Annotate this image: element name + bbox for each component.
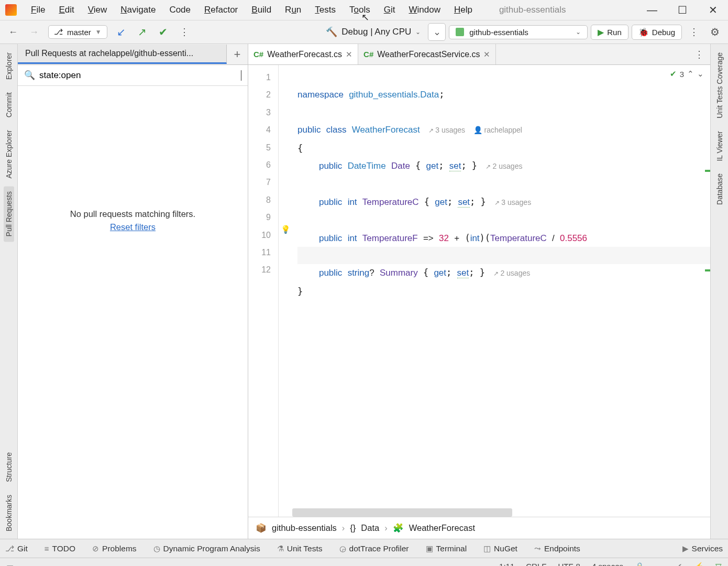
run-target[interactable]: github-essentials ⌄ xyxy=(449,25,588,39)
bt-git[interactable]: ⎇Git xyxy=(5,544,28,553)
reset-filters-link[interactable]: Reset filters xyxy=(110,222,156,232)
bt-dottrace[interactable]: ◶dotTrace Profiler xyxy=(339,544,409,553)
code-editor[interactable]: namespace github_essentials.Data; public… xyxy=(292,65,710,517)
run-button[interactable]: ▶ Run xyxy=(591,25,628,40)
chevron-down-icon: ⌄ xyxy=(576,28,581,36)
build-config[interactable]: 🔨 Debug | Any CPU ⌄ xyxy=(322,24,425,40)
marker-stripe[interactable] xyxy=(703,86,710,495)
status-bar: ▭ 1:11 CRLF UTF-8 4 spaces 🔒 ☁ ✔ ⚡ ▽ xyxy=(0,558,728,566)
menu-build[interactable]: Build xyxy=(245,3,278,17)
author-hint[interactable]: 👤 rachelappel xyxy=(473,126,522,134)
menu-edit[interactable]: Edit xyxy=(52,3,81,17)
menu-tools[interactable]: Tools xyxy=(343,3,377,17)
check-icon: ✔ xyxy=(670,69,677,79)
close-tab-icon[interactable]: ✕ xyxy=(483,50,490,59)
editor-area: C# WeatherForecast.cs ✕ C# WeatherForeca… xyxy=(248,44,710,539)
commit-button[interactable]: ✔ xyxy=(155,23,172,41)
bt-nuget[interactable]: ◫NuGet xyxy=(483,544,517,553)
shield-icon[interactable]: ▽ xyxy=(715,562,722,567)
code-status[interactable]: ✔ 3 ⌃ ⌄ xyxy=(670,69,704,79)
zap-icon[interactable]: ⚡ xyxy=(694,562,704,567)
branch-icon: ⎇ xyxy=(5,544,14,553)
strip-commit[interactable]: Commit xyxy=(4,87,14,123)
namespace-icon: {} xyxy=(350,523,356,533)
strip-structure[interactable]: Structure xyxy=(4,447,14,487)
bt-endpoints[interactable]: ⤳Endpoints xyxy=(534,544,580,553)
bt-problems[interactable]: ⊘Problems xyxy=(92,544,136,553)
line-separator[interactable]: CRLF xyxy=(526,562,546,566)
editor-tab[interactable]: C# WeatherForecastService.cs ✕ xyxy=(358,44,496,64)
run-config-chevron[interactable]: ⌄ xyxy=(428,23,446,41)
check-circle-icon[interactable]: ✔ xyxy=(676,562,682,567)
close-icon[interactable]: ✕ xyxy=(708,5,718,15)
profiler-icon: ◶ xyxy=(339,544,346,553)
usages-hint[interactable]: ↗ 2 usages xyxy=(493,269,530,277)
editor-tab-active[interactable]: C# WeatherForecast.cs ✕ xyxy=(248,44,358,64)
run-more-button[interactable]: ⋮ xyxy=(685,23,703,41)
push-button[interactable]: ↗ xyxy=(134,23,151,41)
usages-hint[interactable]: ↗ 2 usages xyxy=(486,162,522,170)
chevron-right-icon: › xyxy=(342,523,345,533)
vcs-more-button[interactable]: ⋮ xyxy=(175,23,193,41)
bt-terminal[interactable]: ▣Terminal xyxy=(426,544,467,553)
lock-icon[interactable]: 🔒 xyxy=(635,562,645,567)
search-icon: 🔍 xyxy=(24,70,35,81)
tool-window-icon[interactable]: ▭ xyxy=(6,562,14,567)
strip-azure[interactable]: Azure Explorer xyxy=(4,125,14,184)
menu-help[interactable]: Help xyxy=(447,3,479,17)
file-encoding[interactable]: UTF-8 xyxy=(558,562,580,566)
inspection-icon[interactable]: ☁ xyxy=(656,562,664,567)
branch-icon: ⎇ xyxy=(54,27,63,37)
forward-button[interactable]: → xyxy=(25,23,43,41)
menu-run[interactable]: Run xyxy=(278,3,308,17)
chevron-down-icon[interactable]: ⌄ xyxy=(697,69,704,79)
project-icon: 📦 xyxy=(256,523,267,533)
caret-position[interactable]: 1:11 xyxy=(499,562,514,566)
strip-bookmarks[interactable]: Bookmarks xyxy=(4,489,14,537)
play-icon: ▶ xyxy=(598,27,604,37)
right-tool-strip: Unit Tests Coverage IL Viewer Database xyxy=(710,44,728,539)
strip-il-viewer[interactable]: IL Viewer xyxy=(714,126,725,167)
maximize-icon[interactable]: ☐ xyxy=(678,5,687,15)
horizontal-scrollbar[interactable] xyxy=(292,508,512,517)
menu-window[interactable]: Window xyxy=(402,3,447,17)
chevron-down-icon: ▼ xyxy=(95,28,102,36)
menu-code[interactable]: Code xyxy=(162,3,197,17)
strip-database[interactable]: Database xyxy=(714,168,725,210)
pr-search-input[interactable] xyxy=(39,70,241,81)
strip-explorer[interactable]: Explorer xyxy=(4,47,14,85)
menu-navigate[interactable]: Navigate xyxy=(114,3,162,17)
class-icon: 🧩 xyxy=(393,523,404,533)
usages-hint[interactable]: ↗ 3 usages xyxy=(494,199,531,206)
bt-dpa[interactable]: ◷Dynamic Program Analysis xyxy=(153,544,260,553)
debug-button[interactable]: 🐞 Debug xyxy=(632,25,682,40)
breadcrumb[interactable]: 📦 github-essentials › {} Data › 🧩 Weathe… xyxy=(248,517,710,539)
bt-todo[interactable]: ≡TODO xyxy=(45,544,75,553)
strip-pull-requests[interactable]: Pull Requests xyxy=(4,186,14,242)
close-tab-icon[interactable]: ✕ xyxy=(346,50,352,59)
bt-unit-tests[interactable]: ⚗Unit Tests xyxy=(277,544,323,553)
branch-selector[interactable]: ⎇ master ▼ xyxy=(48,25,107,39)
menu-git[interactable]: Git xyxy=(377,3,402,17)
settings-button[interactable]: ⚙ xyxy=(706,23,724,41)
services-icon: ▶ xyxy=(682,544,689,553)
indent[interactable]: 4 spaces xyxy=(592,562,623,566)
strip-unit-tests-coverage[interactable]: Unit Tests Coverage xyxy=(714,47,725,124)
menu-tests[interactable]: Tests xyxy=(308,3,343,17)
menu-file[interactable]: File xyxy=(24,3,52,17)
minimize-icon[interactable]: — xyxy=(647,5,657,15)
back-button[interactable]: ← xyxy=(4,23,22,41)
chevron-up-icon[interactable]: ⌃ xyxy=(687,69,694,79)
menu-view[interactable]: View xyxy=(81,3,114,17)
bt-services[interactable]: ▶Services xyxy=(682,544,723,553)
usages-hint[interactable]: ↗ 3 usages xyxy=(428,126,465,134)
annotation-gutter: 💡 xyxy=(279,65,292,517)
panel-tab[interactable]: Pull Requests at rachelappel/github-esse… xyxy=(18,45,227,64)
pull-button[interactable]: ↙ xyxy=(113,23,130,41)
add-tab-button[interactable]: + xyxy=(227,48,248,61)
bulb-icon[interactable]: 💡 xyxy=(281,225,291,234)
app-icon xyxy=(5,4,17,16)
tab-menu-button[interactable]: ⋮ xyxy=(688,49,710,60)
menu-refactor[interactable]: Refactor xyxy=(197,3,245,17)
chevron-down-icon: ⌄ xyxy=(415,28,421,36)
